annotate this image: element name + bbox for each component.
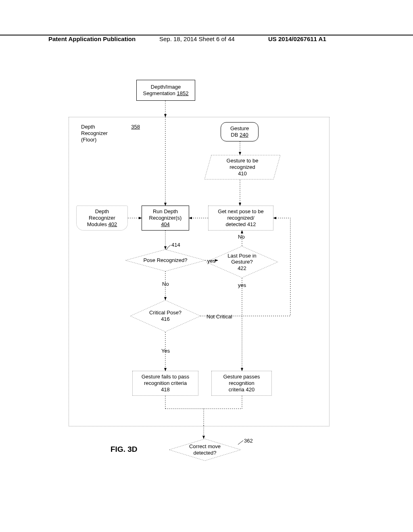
decision-last-pose: Last Pose in Gesture? 422 xyxy=(206,246,278,278)
label-yes-1: yes xyxy=(207,258,215,264)
text: (Floor) xyxy=(81,137,96,143)
block-gesture-passes: Gesture passes recognition criteria 420 xyxy=(211,371,272,396)
text: Last Pose in xyxy=(227,253,257,259)
text: Run Depth xyxy=(153,208,178,215)
ref: 422 xyxy=(238,265,246,272)
header-mid: Sep. 18, 2014 Sheet 6 of 44 xyxy=(159,35,235,42)
block-gesture-to-recognize: Gesture to be recognized 410 xyxy=(204,155,281,180)
text: recognition criteria xyxy=(144,380,187,387)
label-not-critical: Not Critical xyxy=(206,314,232,320)
text: recognized xyxy=(229,164,255,170)
ref-414: 414 xyxy=(171,242,180,248)
block-get-next-pose: Get next pose to be recognized/ detected… xyxy=(208,206,273,231)
figure-label: FIG. 3D xyxy=(111,445,138,454)
text: detected? xyxy=(193,450,216,456)
page: Patent Application Publication Sep. 18, … xyxy=(0,0,413,532)
ref-362: 362 xyxy=(244,438,253,444)
ref: 404 xyxy=(161,221,170,228)
text: Segmentation 1852 xyxy=(143,90,189,97)
label-no-1: No xyxy=(162,281,169,287)
text: Gesture? xyxy=(231,259,252,265)
block-depth-image-segmentation: Depth/Image Segmentation 1852 xyxy=(136,80,195,101)
text: criteria 420 xyxy=(229,387,254,393)
text: Critical Pose? xyxy=(149,310,181,316)
decision-correct-move: Correct move detected? xyxy=(169,438,241,461)
text: Modules 402 xyxy=(87,221,117,228)
block-gesture-db: Gesture DB 240 xyxy=(221,122,259,141)
block-depth-recognizer-modules: Depth Recognizer Modules 402 xyxy=(76,206,128,231)
ref: 410 xyxy=(238,170,247,177)
text: Depth xyxy=(81,124,95,130)
ref: 358 xyxy=(131,124,140,130)
text: Gesture fails to pass xyxy=(142,374,190,380)
text: DB 240 xyxy=(231,132,248,138)
text: Depth/Image xyxy=(151,84,181,90)
decision-pose-recognized: Pose Recognized? xyxy=(125,249,206,272)
ref: 416 xyxy=(161,316,170,322)
label-yes-3: Yes xyxy=(161,348,170,354)
label-yes-2: yes xyxy=(238,282,246,288)
text: recognition xyxy=(229,380,254,387)
block-gesture-fails: Gesture fails to pass recognition criter… xyxy=(132,371,198,396)
text: Gesture to be xyxy=(227,158,259,164)
text: Gesture passes xyxy=(223,374,260,380)
label-depth-recognizer-floor: Depth 358 Recognizer (Floor) xyxy=(79,121,142,146)
text: recognized/ xyxy=(227,215,254,221)
label-no-2: No xyxy=(238,234,245,240)
text: Get next pose to be xyxy=(218,208,263,215)
text: Recognizer(s) xyxy=(149,215,182,221)
header-right: US 2014/0267611 A1 xyxy=(268,35,326,42)
text: Recognizer xyxy=(89,215,115,221)
header-left: Patent Application Publication xyxy=(48,35,136,42)
text: Gesture xyxy=(230,125,249,132)
block-run-depth-recognizers: Run Depth Recognizer(s) 404 xyxy=(142,206,189,231)
ref: 418 xyxy=(161,387,170,393)
container-depth-recognizer xyxy=(69,117,330,426)
decision-critical-pose: Critical Pose? 416 xyxy=(130,300,201,332)
text: detected 412 xyxy=(225,221,256,228)
text: Recognizer xyxy=(81,130,108,137)
text: Depth xyxy=(95,208,109,215)
text: Pose Recognized? xyxy=(143,257,187,264)
text: Correct move xyxy=(189,443,221,450)
